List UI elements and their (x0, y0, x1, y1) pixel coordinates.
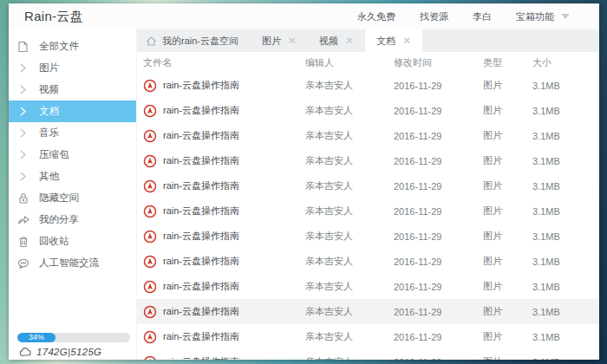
table-row[interactable]: rain-云盘操作指南 亲本吉安人 2016-11-29 图片 3.1MB (137, 274, 599, 299)
table-row[interactable]: rain-云盘操作指南 亲本吉安人 2016-11-29 图片 3.1MB (137, 173, 599, 198)
trash-icon (16, 235, 29, 248)
cloud-icon (19, 347, 31, 357)
file-type: 图片 (483, 129, 532, 142)
column-header-filename[interactable]: 文件名 (143, 56, 305, 69)
close-icon[interactable]: ✕ (345, 36, 354, 46)
sidebar-item-all-files[interactable]: 全部文件 (9, 36, 136, 57)
storage-panel: 34% 1742G|5125G (17, 333, 130, 357)
file-editor: 亲本吉安人 (305, 154, 394, 167)
file-type: 图片 (483, 205, 532, 218)
file-editor: 亲本吉安人 (305, 230, 394, 243)
sidebar-item-recycle-bin[interactable]: 回收站 (9, 231, 136, 252)
close-icon[interactable]: ✕ (402, 36, 411, 46)
table-row[interactable]: rain-云盘操作指南 亲本吉安人 2016-11-29 图片 3.1MB (137, 299, 599, 324)
link-free-forever[interactable]: 永久免费 (357, 10, 395, 23)
top-bar: Rain-云盘 永久免费 找资源 李白 宝箱功能 (9, 3, 599, 29)
file-size: 3.1MB (532, 307, 599, 317)
sidebar-item-archives[interactable]: 压缩包 (9, 144, 136, 166)
sidebar-item-others[interactable]: 其他 (9, 166, 136, 187)
column-header-editor[interactable]: 编辑人 (305, 56, 394, 69)
file-modified-date: 2016-11-29 (394, 282, 483, 292)
sidebar-item-pictures[interactable]: 图片 (9, 57, 136, 79)
file-size: 3.1MB (532, 257, 599, 267)
file-icon (16, 40, 29, 53)
sidebar-item-label: 隐藏空间 (39, 192, 79, 205)
pdf-file-icon (143, 154, 157, 168)
pdf-file-icon (143, 305, 157, 319)
tab-label: 视频 (319, 35, 338, 48)
sidebar: 全部文件 图片 视频 文档 (9, 29, 137, 360)
close-icon[interactable]: ✕ (288, 36, 297, 46)
sidebar-item-label: 音乐 (39, 127, 59, 140)
chevron-right-icon (16, 127, 29, 140)
tab-home-label: 我的rain-云盘空间 (162, 35, 238, 48)
file-size: 3.1MB (532, 282, 599, 292)
username-link[interactable]: 李白 (473, 10, 492, 23)
app-title: Rain-云盘 (24, 9, 83, 25)
file-name: rain-云盘操作指南 (163, 79, 239, 92)
table-row[interactable]: rain-云盘操作指南 亲本吉安人 2016-11-29 图片 3.1MB (137, 98, 599, 123)
file-type: 图片 (483, 255, 532, 268)
sidebar-item-label: 视频 (39, 83, 59, 96)
tab-documents[interactable]: 文档 ✕ (365, 29, 422, 52)
pdf-file-icon (143, 280, 157, 294)
sidebar-item-videos[interactable]: 视频 (9, 79, 136, 101)
lock-icon (16, 192, 29, 205)
sidebar-item-hidden-space[interactable]: 隐藏空间 (9, 187, 136, 209)
file-size: 3.1MB (532, 206, 599, 217)
pdf-file-icon (143, 205, 157, 218)
file-type: 图片 (483, 154, 532, 167)
file-modified-date: 2016-11-29 (394, 332, 483, 342)
file-type: 图片 (483, 280, 532, 293)
table-row[interactable]: rain-云盘操作指南 亲本吉安人 2016-11-29 图片 3.1MB (137, 123, 599, 148)
tab-pictures[interactable]: 图片 ✕ (251, 29, 308, 52)
file-editor: 亲本吉安人 (305, 255, 394, 268)
chevron-down-icon[interactable] (561, 14, 570, 19)
sidebar-item-documents[interactable]: 文档 (9, 101, 136, 122)
file-type: 图片 (483, 179, 532, 192)
chevron-right-icon (16, 62, 29, 75)
column-header-modified[interactable]: 修改时间 (394, 56, 483, 69)
pdf-file-icon (143, 129, 157, 143)
home-icon (146, 36, 157, 47)
table-row[interactable]: rain-云盘操作指南 亲本吉安人 2016-11-29 图片 3.1MB (137, 73, 599, 98)
pdf-file-icon (143, 179, 157, 193)
table-row[interactable]: rain-云盘操作指南 亲本吉安人 2016-11-29 图片 3.1MB (137, 349, 599, 360)
table-row[interactable]: rain-云盘操作指南 亲本吉安人 2016-11-29 图片 3.1MB (137, 249, 599, 274)
file-type: 图片 (483, 79, 532, 92)
table-row[interactable]: rain-云盘操作指南 亲本吉安人 2016-11-29 图片 3.1MB (137, 224, 599, 249)
sidebar-item-label: 人工智能交流 (39, 257, 99, 270)
file-modified-date: 2016-11-29 (394, 307, 483, 317)
table-row[interactable]: rain-云盘操作指南 亲本吉安人 2016-11-29 图片 3.1MB (137, 198, 599, 224)
sidebar-item-music[interactable]: 音乐 (9, 122, 136, 144)
column-header-size[interactable]: 大小 (532, 56, 599, 69)
file-name: rain-云盘操作指南 (163, 205, 239, 218)
treasure-features-link[interactable]: 宝箱功能 (516, 10, 554, 23)
table-row[interactable]: rain-云盘操作指南 亲本吉安人 2016-11-29 图片 3.1MB (137, 324, 599, 349)
sidebar-item-ai-chat[interactable]: 人工智能交流 (9, 252, 136, 274)
sidebar-item-label: 其他 (39, 170, 59, 183)
topbar-links: 永久免费 找资源 李白 宝箱功能 (357, 10, 570, 23)
sidebar-item-label: 全部文件 (39, 40, 79, 53)
chevron-right-icon (16, 105, 29, 118)
file-editor: 亲本吉安人 (305, 205, 394, 218)
pdf-file-icon (143, 355, 157, 361)
pdf-file-icon (143, 230, 157, 244)
tab-videos[interactable]: 视频 ✕ (308, 29, 365, 52)
tab-home[interactable]: 我的rain-云盘空间 (137, 29, 251, 52)
file-size: 3.1MB (532, 332, 599, 342)
file-size: 3.1MB (532, 131, 599, 141)
file-modified-date: 2016-11-29 (394, 81, 483, 91)
table-row[interactable]: rain-云盘操作指南 亲本吉安人 2016-11-29 图片 3.1MB (137, 148, 599, 173)
file-modified-date: 2016-11-29 (394, 357, 483, 361)
file-size: 3.1MB (532, 156, 599, 166)
sidebar-item-label: 回收站 (39, 235, 69, 248)
link-find-resources[interactable]: 找资源 (420, 10, 448, 23)
table-header: 文件名 编辑人 修改时间 类型 大小 (137, 52, 599, 73)
sidebar-item-label: 压缩包 (39, 148, 69, 161)
column-header-type[interactable]: 类型 (483, 56, 532, 69)
file-size: 3.1MB (532, 181, 599, 192)
pdf-file-icon (143, 79, 157, 93)
file-editor: 亲本吉安人 (305, 330, 394, 343)
sidebar-item-my-shares[interactable]: 我的分享 (9, 209, 136, 231)
